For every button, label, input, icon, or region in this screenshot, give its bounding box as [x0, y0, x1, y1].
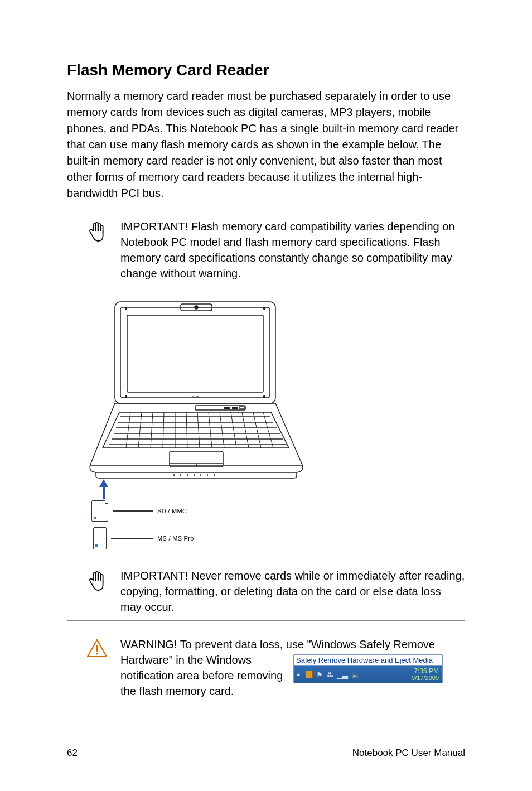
svg-rect-8: [127, 315, 263, 392]
page-number: 62: [67, 747, 78, 759]
svg-line-16: [151, 412, 153, 448]
svg-line-14: [126, 412, 130, 448]
volume-icon: 🔈: [351, 671, 360, 679]
warning-icon: [86, 636, 110, 699]
svg-line-20: [197, 412, 200, 448]
action-center-icon: [305, 671, 313, 678]
svg-text:/SUS: /SUS: [191, 396, 199, 399]
tray-tooltip: Safely Remove Hardware and Eject Media: [294, 655, 442, 666]
svg-point-3: [264, 308, 265, 310]
svg-rect-13: [240, 407, 244, 409]
svg-line-19: [186, 412, 187, 448]
svg-line-23: [231, 412, 236, 448]
chevron-up-icon: [296, 673, 301, 676]
svg-line-24: [242, 412, 249, 448]
important-note-2: IMPORTANT! Never remove cards while or i…: [67, 563, 465, 621]
svg-line-21: [209, 412, 212, 448]
svg-line-22: [220, 412, 224, 448]
important-1-text: IMPORTANT! Flash memory card compatibili…: [120, 219, 465, 281]
sd-mmc-label: SD / MMC: [157, 508, 187, 514]
svg-rect-11: [224, 407, 230, 409]
warning-text-line1: WARNING! To prevent data loss, use "Wind…: [120, 636, 465, 652]
section-heading: Flash Memory Card Reader: [67, 61, 465, 79]
page-footer: 62 Notebook PC User Manual: [67, 744, 465, 759]
system-tray-screenshot: Safely Remove Hardware and Eject Media ⚑…: [293, 654, 443, 683]
laptop-svg: /SUS: [86, 298, 309, 483]
svg-rect-12: [232, 407, 238, 409]
hand-icon: [86, 219, 110, 281]
hand-icon: [86, 568, 110, 615]
ms-card-icon: [93, 527, 107, 549]
important-note-1: IMPORTANT! Flash memory card compatibili…: [67, 214, 465, 287]
warning-note: WARNING! To prevent data loss, use "Wind…: [67, 632, 465, 705]
sd-card-icon: [91, 500, 108, 522]
svg-rect-0: [115, 302, 275, 403]
wifi-icon: ▁▃: [337, 671, 348, 679]
svg-rect-1: [120, 307, 270, 398]
tray-date: 9/17/2009: [412, 675, 439, 682]
svg-line-26: [263, 412, 273, 448]
tray-time: 7:35 PM: [412, 668, 439, 675]
laptop-illustration: /SUS: [67, 298, 465, 563]
svg-marker-37: [99, 479, 108, 499]
svg-point-4: [125, 396, 127, 398]
svg-rect-10: [195, 406, 245, 410]
arrow-up-icon: [98, 479, 109, 501]
intro-paragraph: Normally a memory card reader must be pu…: [67, 88, 465, 201]
footer-label: Notebook PC User Manual: [352, 747, 465, 759]
network-icon: 🖧: [326, 671, 333, 679]
svg-line-25: [253, 412, 261, 448]
important-2-text: IMPORTANT! Never remove cards while or i…: [120, 568, 465, 615]
svg-point-2: [125, 308, 127, 310]
svg-line-15: [138, 412, 142, 448]
ms-label: MS / MS Pro: [157, 535, 194, 542]
power-icon: ⚑: [316, 671, 323, 679]
warning-text-line2: Hardware" in the Windows notification ar…: [120, 652, 288, 699]
svg-point-5: [264, 396, 265, 398]
svg-point-7: [195, 306, 198, 309]
card-slot-labels: SD / MMC MS / MS Pro: [86, 485, 465, 552]
svg-line-17: [163, 412, 164, 448]
svg-point-40: [96, 653, 98, 654]
